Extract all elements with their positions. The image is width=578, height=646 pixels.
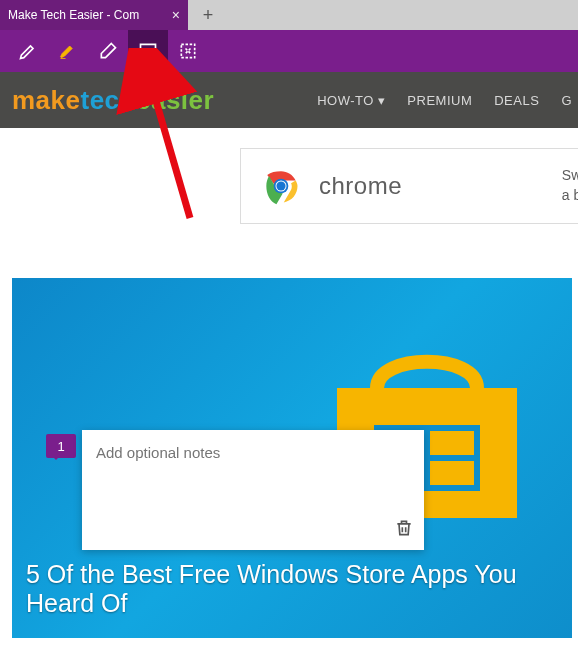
logo-seg-2: tech [81, 85, 136, 115]
ad-line1: Switch to [562, 166, 578, 186]
tab-strip: Make Tech Easier - Com × + [0, 0, 578, 30]
svg-rect-0 [181, 44, 194, 57]
note-popup [82, 430, 424, 550]
note-badge[interactable]: 1 [46, 434, 76, 458]
site-logo[interactable]: maketecheasier [12, 85, 214, 116]
svg-point-4 [276, 181, 285, 190]
ad-copy: Switch to a better b [562, 166, 578, 205]
close-icon[interactable]: × [172, 8, 180, 22]
highlighter-icon[interactable] [48, 30, 88, 72]
nav-label: DEALS [494, 93, 539, 108]
logo-seg-1: make [12, 85, 81, 115]
ad-line2: a better b [562, 186, 578, 206]
ad-banner[interactable]: chrome Switch to a better b [240, 148, 578, 224]
site-header: maketecheasier HOW-TO ▾ PREMIUM DEALS G [0, 72, 578, 128]
nav-label: HOW-TO [317, 93, 374, 108]
logo-seg-3: easier [136, 85, 214, 115]
annotation-toolbar [0, 30, 578, 72]
note-icon[interactable] [128, 30, 168, 72]
pen-icon[interactable] [8, 30, 48, 72]
nav-premium[interactable]: PREMIUM [407, 93, 472, 108]
nav-links: HOW-TO ▾ PREMIUM DEALS G [317, 93, 578, 108]
new-tab-button[interactable]: + [188, 0, 228, 30]
chevron-down-icon: ▾ [378, 93, 386, 108]
note-input[interactable] [96, 444, 410, 461]
clip-icon[interactable] [168, 30, 208, 72]
browser-tab[interactable]: Make Tech Easier - Com × [0, 0, 188, 30]
nav-label: G [561, 93, 572, 108]
eraser-icon[interactable] [88, 30, 128, 72]
plus-icon: + [203, 5, 214, 26]
trash-icon[interactable] [394, 518, 414, 542]
nav-label: PREMIUM [407, 93, 472, 108]
ad-brand: chrome [319, 172, 402, 200]
nav-more[interactable]: G [561, 93, 572, 108]
note-count: 1 [57, 439, 64, 454]
nav-howto[interactable]: HOW-TO ▾ [317, 93, 385, 108]
hero-headline: 5 Of the Best Free Windows Store Apps Yo… [26, 560, 558, 618]
tab-title: Make Tech Easier - Com [8, 8, 166, 22]
nav-deals[interactable]: DEALS [494, 93, 539, 108]
chrome-icon [259, 164, 303, 208]
